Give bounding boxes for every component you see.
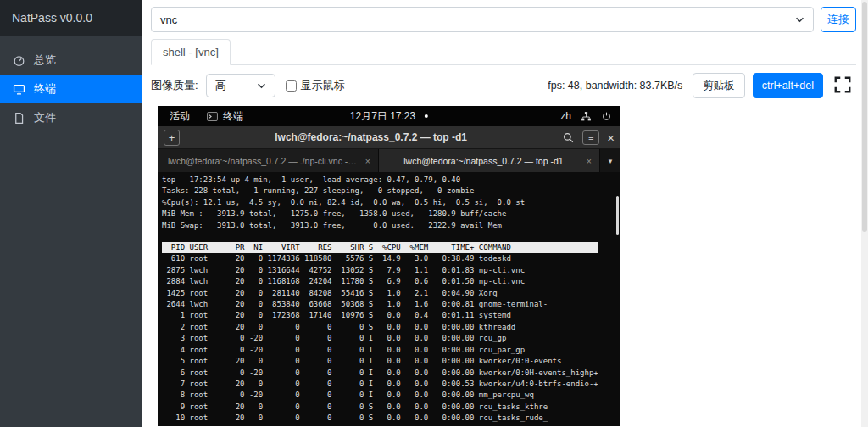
terminal-tab-label: lwch@fedora:~/natpass_0.7.2 — ./np-cli.v… [165,156,359,166]
terminal-screen[interactable]: top - 17:23:54 up 4 min, 1 user, load av… [158,172,620,426]
show-mouse-checkbox[interactable] [286,80,297,92]
connect-row: vnc 连接 [151,7,856,32]
terminal-tab-top[interactable]: lwch@fedora:~/natpass_0.7.2 — top -d1 × [379,149,600,172]
speedometer-icon [13,54,25,67]
page-scrollbar-thumb[interactable] [862,2,867,232]
terminal-window: + lwch@fedora:~/natpass_0.7.2 — top -d1 … [158,126,620,426]
clock-text: 12月7日 17:23 [350,109,415,124]
terminal-app-icon [207,112,218,121]
sidebar-item-label: 终端 [34,81,56,97]
search-icon[interactable] [562,131,575,144]
close-window-icon[interactable]: × [607,131,615,144]
file-icon [13,112,25,125]
chevron-down-icon [257,83,266,89]
target-select[interactable]: vnc [151,7,814,32]
show-mouse-label: 显示鼠标 [301,78,345,93]
ctrl-alt-del-button[interactable]: ctrl+alt+del [753,73,823,98]
top-header-row: PID USER PR NI VIRT RES SHR S %CPU %MEM … [162,242,598,253]
sidebar-item-overview[interactable]: 总览 [0,46,142,75]
app-title: NatPass v0.0.0 [0,0,142,36]
new-tab-button[interactable]: + [164,130,180,146]
notification-dot-icon [425,114,428,118]
sidebar: NatPass v0.0.0 总览 终端 文件 [0,0,142,427]
gnome-top-bar: 活动 终端 12月7日 17:23 zh [158,106,620,126]
hamburger-menu-icon[interactable]: ≡ [582,130,599,145]
quality-label: 图像质量: [151,78,198,93]
close-tab-icon[interactable]: × [587,156,592,166]
clock-button[interactable]: 12月7日 17:23 [350,109,428,124]
focused-app-menu[interactable]: 终端 [207,109,243,124]
terminal-window-title: lwch@fedora:~/natpass_0.7.2 — top -d1 [180,131,562,143]
stats-text: fps: 48, bandwidth: 83.7KB/s [548,80,682,92]
main-content: vnc 连接 shell - [vnc] 图像质量: 高 显示鼠标 [142,0,861,427]
power-icon [601,111,612,122]
chevron-down-icon [795,17,804,23]
activities-button[interactable]: 活动 [166,109,193,124]
top-process-rows: 610 root 20 0 1174336 118580 5576 S 14.9… [162,253,620,424]
sidebar-item-files[interactable]: 文件 [0,103,142,132]
target-select-value: vnc [160,14,177,26]
network-icon [581,111,592,122]
fullscreen-icon [833,75,852,94]
show-mouse-option: 显示鼠标 [286,78,345,93]
terminal-headerbar: + lwch@fedora:~/natpass_0.7.2 — top -d1 … [158,126,620,149]
session-tabstrip: shell - [vnc] [151,39,856,65]
tab-shell-vnc[interactable]: shell - [vnc] [151,39,231,65]
sidebar-item-label: 总览 [34,53,56,68]
fullscreen-button[interactable] [832,75,853,96]
terminal-tabbar: lwch@fedora:~/natpass_0.7.2 — ./np-cli.v… [158,149,620,172]
terminal-scrollbar-thumb[interactable] [616,196,619,235]
app-root: NatPass v0.0.0 总览 终端 文件 [0,0,868,427]
page-scrollbar[interactable] [861,0,868,427]
vnc-toolbar: 图像质量: 高 显示鼠标 fps: 48, bandwidth: 83.7KB/… [151,73,856,98]
top-summary: top - 17:23:54 up 4 min, 1 user, load av… [162,175,620,231]
display-icon [13,83,25,96]
sidebar-item-terminal[interactable]: 终端 [0,75,142,103]
connect-button[interactable]: 连接 [821,7,856,32]
terminal-tab-label: lwch@fedora:~/natpass_0.7.2 — top -d1 [387,156,581,166]
vnc-viewport[interactable]: 活动 终端 12月7日 17:23 zh [158,106,620,426]
system-status-area[interactable]: zh [560,110,612,122]
focused-app-label: 终端 [223,109,243,124]
sidebar-item-label: 文件 [34,110,56,125]
clipboard-button[interactable]: 剪贴板 [693,73,745,98]
input-language-indicator: zh [560,110,571,122]
close-tab-icon[interactable]: × [365,156,370,166]
quality-select[interactable]: 高 [206,74,275,97]
terminal-tab-npcli[interactable]: lwch@fedora:~/natpass_0.7.2 — ./np-cli.v… [158,149,379,172]
quality-select-value: 高 [215,78,226,93]
sidebar-nav: 总览 终端 文件 [0,46,142,132]
tab-list-caret-icon[interactable]: ▾ [600,149,620,172]
headerbar-actions: ≡ × [562,130,615,145]
